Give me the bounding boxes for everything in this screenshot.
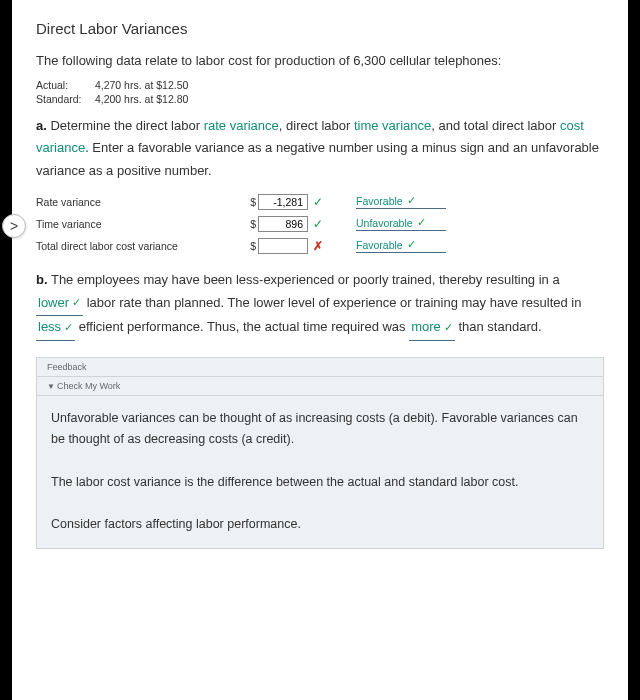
fill-less[interactable]: less✓ — [36, 316, 75, 341]
variance-table: Rate variance $ ✓ Favorable✓ Time varian… — [36, 191, 604, 257]
check-icon: ✓ — [407, 238, 416, 251]
check-my-work-toggle[interactable]: ▼Check My Work — [37, 377, 603, 396]
rate-variance-label: Rate variance — [36, 196, 246, 208]
check-icon: ✓ — [64, 318, 73, 337]
table-row: Time variance $ ✓ Unfavorable✓ — [36, 213, 604, 235]
rate-variance-term: rate variance — [204, 118, 279, 133]
table-row: Rate variance $ ✓ Favorable✓ — [36, 191, 604, 213]
actual-value: 4,270 hrs. at $12.50 — [95, 79, 188, 91]
cross-icon: ✗ — [310, 239, 326, 253]
feedback-p2: The labor cost variance is the differenc… — [51, 472, 589, 493]
check-icon: ✓ — [444, 318, 453, 337]
feedback-panel: Feedback ▼Check My Work Unfavorable vari… — [36, 357, 604, 549]
feedback-header[interactable]: Feedback — [37, 358, 603, 377]
actual-label: Actual: — [36, 79, 92, 91]
standard-label: Standard: — [36, 93, 92, 105]
dollar-sign: $ — [246, 240, 256, 252]
content-page: > Direct Labor Variances The following d… — [12, 0, 628, 700]
part-b-text: b. The employees may have been less-expe… — [36, 269, 604, 341]
part-a-text: a. Determine the direct labor rate varia… — [36, 115, 604, 183]
total-variance-input[interactable] — [258, 238, 308, 254]
time-variance-input[interactable] — [258, 216, 308, 232]
intro-text: The following data relate to labor cost … — [36, 51, 604, 71]
fill-more[interactable]: more✓ — [409, 316, 455, 341]
rate-variance-input[interactable] — [258, 194, 308, 210]
check-icon: ✓ — [72, 293, 81, 312]
part-b-prefix: b. — [36, 272, 48, 287]
total-variance-select[interactable]: Favorable✓ — [356, 238, 446, 253]
feedback-p3: Consider factors affecting labor perform… — [51, 514, 589, 535]
check-icon: ✓ — [417, 216, 426, 229]
dollar-sign: $ — [246, 218, 256, 230]
chevron-right-icon: > — [10, 218, 18, 234]
total-variance-label: Total direct labor cost variance — [36, 240, 246, 252]
dollar-sign: $ — [246, 196, 256, 208]
time-variance-label: Time variance — [36, 218, 246, 230]
caret-down-icon: ▼ — [47, 382, 55, 391]
feedback-body: Unfavorable variances can be thought of … — [37, 396, 603, 548]
check-icon: ✓ — [310, 217, 326, 231]
page-title: Direct Labor Variances — [36, 20, 604, 37]
time-variance-select[interactable]: Unfavorable✓ — [356, 216, 446, 231]
standard-row: Standard: 4,200 hrs. at $12.80 — [36, 93, 604, 105]
next-button[interactable]: > — [2, 214, 26, 238]
table-row: Total direct labor cost variance $ ✗ Fav… — [36, 235, 604, 257]
fill-lower[interactable]: lower✓ — [36, 292, 83, 317]
time-variance-term: time variance — [354, 118, 431, 133]
actual-row: Actual: 4,270 hrs. at $12.50 — [36, 79, 604, 91]
check-icon: ✓ — [310, 195, 326, 209]
check-icon: ✓ — [407, 194, 416, 207]
part-a-prefix: a. — [36, 118, 47, 133]
standard-value: 4,200 hrs. at $12.80 — [95, 93, 188, 105]
rate-variance-select[interactable]: Favorable✓ — [356, 194, 446, 209]
feedback-p1: Unfavorable variances can be thought of … — [51, 408, 589, 451]
